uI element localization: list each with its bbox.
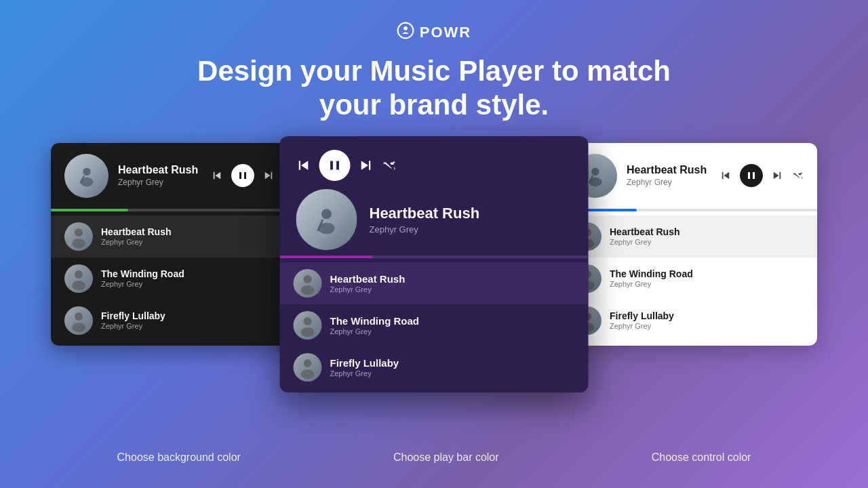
purple-thumb-1 [294,269,322,298]
svg-rect-14 [336,161,339,169]
svg-point-9 [75,270,83,279]
purple-item-title-1: Heartbeat Rush [330,273,406,285]
svg-point-11 [75,312,83,321]
dark-track-info: Heartbeat Rush Zephyr Grey [118,164,201,187]
svg-point-0 [397,23,413,39]
label-background-color: Choose background color [117,451,241,464]
purple-item-info-1: Heartbeat Rush Zephyr Grey [330,273,406,293]
powr-logo-icon [397,22,414,43]
dark-item-info-2: The Winding Road Zephyr Grey [101,268,184,288]
white-item-artist-1: Zephyr Grey [610,238,679,246]
white-item-artist-2: Zephyr Grey [610,280,693,288]
dark-playlist-item-1[interactable]: Heartbeat Rush Zephyr Grey [51,216,309,258]
dark-next-button[interactable] [262,169,275,182]
purple-thumb-3 [294,353,322,382]
white-playlist-item-3[interactable]: Firefly Lullaby Zephyr Grey [559,300,817,342]
dark-thumb-1 [64,222,93,251]
purple-item-artist-3: Zephyr Grey [330,369,399,378]
label-control-color: Choose control color [652,451,751,464]
white-now-playing: Heartbeat Rush Zephyr Grey [559,143,817,209]
white-next-button[interactable] [771,169,783,182]
player-white: Heartbeat Rush Zephyr Grey [559,143,817,346]
svg-point-1 [403,26,408,30]
svg-point-12 [72,323,85,332]
svg-point-19 [301,285,315,295]
white-shuffle-button[interactable] [791,169,804,182]
brand-name: POWR [420,24,471,41]
dark-progress-bar[interactable] [51,209,309,211]
purple-playlist-item-3[interactable]: Firefly Lullaby Zephyr Grey [280,346,589,388]
dark-item-title-1: Heartbeat Rush [101,226,171,237]
dark-item-title-3: Firefly Lullaby [101,310,165,321]
white-playlist-item-2[interactable]: The Winding Road Zephyr Grey [559,258,817,300]
svg-point-21 [301,327,315,337]
svg-rect-6 [244,172,246,179]
purple-play-button[interactable] [319,150,351,181]
purple-item-info-3: Firefly Lullaby Zephyr Grey [330,357,399,378]
dark-item-artist-3: Zephyr Grey [101,322,165,330]
dark-thumb-3 [64,306,93,335]
svg-point-7 [75,228,83,237]
svg-rect-27 [748,172,750,179]
purple-track-info: Heartbeat Rush Zephyr Grey [370,205,572,235]
dark-album-art [64,154,108,198]
purple-item-artist-1: Zephyr Grey [330,285,406,293]
purple-track-artist: Zephyr Grey [370,224,572,235]
dark-thumb-2 [64,264,93,293]
svg-point-20 [304,317,312,325]
svg-point-18 [304,275,312,283]
dark-now-playing: Heartbeat Rush Zephyr Grey [51,143,309,209]
white-track-artist: Zephyr Grey [627,178,710,187]
purple-item-title-3: Firefly Lullaby [330,357,399,369]
purple-prev-button[interactable] [296,158,311,173]
svg-rect-5 [239,172,241,179]
purple-thumb-2 [294,311,322,340]
purple-progress-fill [280,256,373,258]
purple-shuffle-button[interactable] [382,158,397,173]
dark-item-artist-1: Zephyr Grey [101,238,171,246]
svg-point-15 [321,209,332,219]
logo-row: POWR [397,22,471,43]
purple-now-playing: Heartbeat Rush Zephyr Grey [280,181,589,256]
dark-play-button[interactable] [231,164,254,187]
purple-controls-row [280,136,589,181]
svg-rect-28 [753,172,755,179]
dark-item-title-2: The Winding Road [101,268,184,279]
headline: Design your Music Player to match your b… [197,54,671,123]
purple-item-title-2: The Winding Road [330,315,420,327]
white-controls [719,164,804,187]
dark-track-name: Heartbeat Rush [118,164,201,176]
purple-album-art [296,189,357,250]
player-dark: Heartbeat Rush Zephyr Grey [51,143,309,346]
dark-item-info-1: Heartbeat Rush Zephyr Grey [101,226,171,246]
player-purple: Heartbeat Rush Zephyr Grey Heartbeat Rus… [280,136,589,392]
white-item-info-1: Heartbeat Rush Zephyr Grey [610,226,679,246]
white-play-button[interactable] [740,164,763,187]
white-item-info-2: The Winding Road Zephyr Grey [610,268,693,288]
white-playlist-item-1[interactable]: Heartbeat Rush Zephyr Grey [559,216,817,258]
dark-prev-button[interactable] [211,169,223,182]
svg-rect-13 [330,161,333,169]
dark-playlist-item-3[interactable]: Firefly Lullaby Zephyr Grey [51,300,309,342]
white-item-artist-3: Zephyr Grey [610,322,674,330]
white-progress-bar[interactable] [559,209,817,211]
dark-progress-fill [51,209,128,211]
white-item-info-3: Firefly Lullaby Zephyr Grey [610,310,674,330]
dark-item-artist-2: Zephyr Grey [101,280,184,288]
dark-track-artist: Zephyr Grey [118,178,201,187]
white-prev-button[interactable] [719,169,732,182]
purple-playlist-item-1[interactable]: Heartbeat Rush Zephyr Grey [280,262,589,304]
svg-point-8 [72,239,85,248]
purple-playlist: Heartbeat Rush Zephyr Grey The Winding R… [280,258,589,392]
svg-point-2 [83,168,90,176]
purple-next-button[interactable] [359,158,374,173]
purple-progress-bar[interactable] [280,256,589,258]
header: POWR Design your Music Player to match y… [197,22,671,123]
white-item-title-1: Heartbeat Rush [610,226,679,237]
purple-item-artist-2: Zephyr Grey [330,327,420,336]
label-play-bar-color: Choose play bar color [393,451,499,464]
svg-point-10 [72,281,85,290]
svg-point-22 [304,359,312,367]
dark-playlist-item-2[interactable]: The Winding Road Zephyr Grey [51,258,309,300]
purple-playlist-item-2[interactable]: The Winding Road Zephyr Grey [280,304,589,346]
